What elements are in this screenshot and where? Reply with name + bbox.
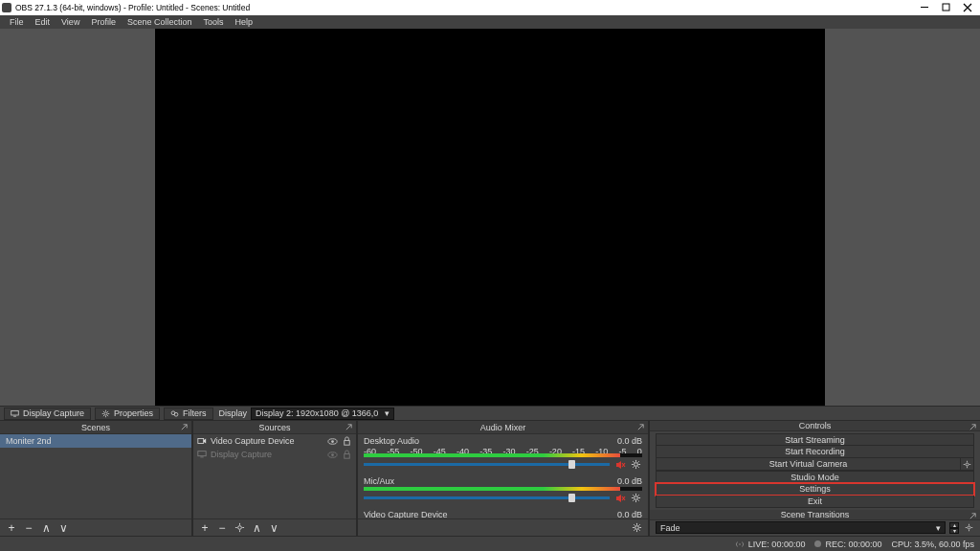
mute-button[interactable] <box>613 458 626 471</box>
status-live: LIVE: 00:00:00 <box>735 540 806 549</box>
filters-button[interactable]: Filters <box>164 408 213 420</box>
remove-source-button[interactable]: − <box>216 522 228 534</box>
menu-help[interactable]: Help <box>229 15 258 29</box>
record-dot-icon <box>814 540 821 547</box>
svg-rect-1 <box>943 4 949 11</box>
sources-title: Sources <box>258 423 290 432</box>
mixer-header[interactable]: Audio Mixer <box>358 421 648 434</box>
transitions-title: Scene Transitions <box>781 510 850 519</box>
transitions-header[interactable]: Scene Transitions <box>650 510 980 520</box>
visibility-toggle[interactable] <box>327 450 338 460</box>
menu-edit[interactable]: Edit <box>30 15 56 29</box>
window-close-button[interactable] <box>957 1 978 14</box>
gear-icon <box>101 409 110 418</box>
svg-point-20 <box>635 526 638 530</box>
lock-toggle[interactable] <box>342 450 352 460</box>
source-up-button[interactable]: ∧ <box>251 522 262 534</box>
scene-item[interactable]: Moniter 2nd <box>0 434 191 448</box>
filters-label: Filters <box>183 408 207 418</box>
mixer-channel: Mic/Aux0.0 dB <box>358 474 648 508</box>
source-item[interactable]: Display Capture <box>193 448 356 461</box>
undock-icon[interactable] <box>345 423 353 431</box>
mixer-settings-button[interactable] <box>631 522 642 534</box>
channel-settings-button[interactable] <box>630 458 642 471</box>
mixer-ticks: -60-55-50-45-40-35-30-25-20-15-10-50 <box>364 447 642 452</box>
status-cpu: CPU: 3.5%, 60.00 fps <box>891 540 974 549</box>
start-recording-button[interactable]: Start Recording <box>656 446 974 458</box>
svg-rect-7 <box>198 439 204 444</box>
channel-settings-button[interactable] <box>630 492 642 504</box>
svg-rect-15 <box>345 453 350 458</box>
svg-point-16 <box>237 526 241 530</box>
broadcast-icon <box>735 540 745 549</box>
mixer-channel-name: Video Capture Device <box>364 510 447 518</box>
menu-scene-collection[interactable]: Scene Collection <box>122 15 198 29</box>
source-item[interactable]: Video Capture Device <box>193 434 356 448</box>
add-scene-button[interactable]: + <box>6 522 17 534</box>
settings-button[interactable]: Settings <box>656 483 974 496</box>
context-source-chip[interactable]: Display Capture <box>4 408 91 420</box>
transition-properties-button[interactable] <box>963 522 974 534</box>
menu-view[interactable]: View <box>56 15 85 29</box>
dock-panels: Scenes Moniter 2nd + − ∧ ∨ Sources Video… <box>0 421 980 536</box>
svg-point-6 <box>174 412 178 416</box>
source-properties-button[interactable] <box>234 522 245 534</box>
status-cpu-text: CPU: 3.5%, 60.00 fps <box>891 540 974 549</box>
transition-select[interactable]: Fade ▾ <box>656 521 946 534</box>
svg-point-21 <box>966 463 969 466</box>
lock-toggle[interactable] <box>342 436 352 447</box>
scene-down-button[interactable]: ∨ <box>57 522 69 534</box>
controls-header[interactable]: Controls <box>650 421 980 431</box>
undock-icon[interactable] <box>180 423 189 431</box>
properties-label: Properties <box>114 408 153 418</box>
scenes-list[interactable]: Moniter 2nd <box>0 434 191 518</box>
sources-list[interactable]: Video Capture Device Display Capture <box>193 434 356 518</box>
volume-slider[interactable] <box>364 496 610 499</box>
undock-icon[interactable] <box>636 423 645 431</box>
properties-button[interactable]: Properties <box>95 408 160 420</box>
visibility-toggle[interactable] <box>327 436 338 447</box>
scenes-title: Scenes <box>81 423 110 432</box>
scene-up-button[interactable]: ∧ <box>40 522 52 534</box>
window-titlebar: OBS 27.1.3 (64-bit, windows) - Profile: … <box>0 0 980 15</box>
source-item-label: Video Capture Device <box>211 436 323 446</box>
status-bar: LIVE: 00:00:00 REC: 00:00:00 CPU: 3.5%, … <box>0 536 980 551</box>
mixer-title: Audio Mixer <box>480 423 526 432</box>
start-streaming-button[interactable]: Start Streaming <box>656 433 974 446</box>
start-virtual-camera-button[interactable]: Start Virtual Camera <box>656 458 961 471</box>
source-down-button[interactable]: ∨ <box>268 522 279 534</box>
virtual-camera-settings-button[interactable] <box>961 458 974 471</box>
transition-select-row: Fade ▾ ▴▾ <box>650 520 980 535</box>
app-icon <box>2 3 11 12</box>
menu-profile[interactable]: Profile <box>85 15 122 29</box>
window-maximize-button[interactable] <box>936 1 957 14</box>
mixer-channel-db: 0.0 dB <box>617 476 642 486</box>
svg-point-22 <box>968 526 970 529</box>
chevron-down-icon: ▾ <box>385 408 390 418</box>
menu-tools[interactable]: Tools <box>197 15 229 29</box>
exit-button[interactable]: Exit <box>656 496 974 508</box>
window-minimize-button[interactable] <box>915 1 936 14</box>
camera-icon <box>197 436 207 446</box>
mixer-channel-db: 0.0 dB <box>617 436 642 446</box>
context-source-label: Display Capture <box>23 408 84 418</box>
svg-rect-2 <box>11 410 19 415</box>
svg-rect-0 <box>921 7 928 8</box>
preview-canvas[interactable] <box>155 29 825 406</box>
add-source-button[interactable]: + <box>199 522 211 534</box>
studio-mode-button[interactable]: Studio Mode <box>656 471 974 483</box>
menubar: File Edit View Profile Scene Collection … <box>0 15 980 29</box>
window-title: OBS 27.1.3 (64-bit, windows) - Profile: … <box>15 3 915 12</box>
undock-icon[interactable] <box>969 423 977 431</box>
sources-header[interactable]: Sources <box>193 421 356 434</box>
undock-icon[interactable] <box>969 512 977 520</box>
display-select[interactable]: Display 2: 1920x1080 @ 1366,0 ▾ <box>251 408 394 420</box>
scenes-header[interactable]: Scenes <box>0 421 191 434</box>
menu-file[interactable]: File <box>4 15 30 29</box>
transition-spin[interactable]: ▴▾ <box>949 522 959 534</box>
svg-point-14 <box>331 453 334 456</box>
remove-scene-button[interactable]: − <box>23 522 34 534</box>
mute-button[interactable] <box>613 492 626 504</box>
svg-point-4 <box>104 412 107 415</box>
volume-slider[interactable] <box>364 463 610 466</box>
